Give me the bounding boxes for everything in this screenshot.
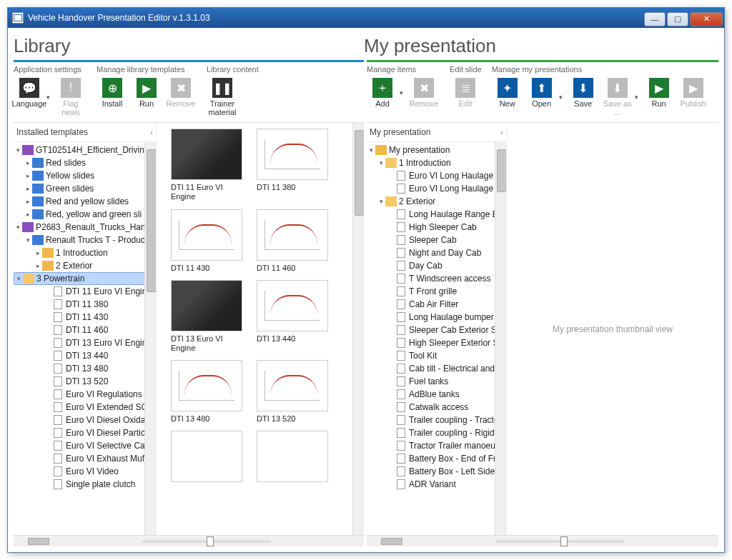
tree-item[interactable]: ▸Euro VI Long Haulage R [367,169,506,182]
zoom-slider[interactable] [49,540,364,543]
close-button[interactable]: ✕ [690,12,723,26]
tree-item[interactable]: ▸Long Haulage bumper [367,311,506,324]
tree-item[interactable]: ▸Euro VI Exhaust Muff [14,452,156,465]
tree-item[interactable]: ▸Cab tilt - Electrical and I [367,362,506,375]
caret-icon[interactable]: ▾ [559,94,565,101]
tree-item[interactable]: ▾My presentation [367,144,506,156]
save-button[interactable]: ⬇Save [568,78,599,108]
library-thumb[interactable]: DTI 11 380 [257,129,328,201]
open-button[interactable]: ⬆Open [526,78,558,108]
tree-item[interactable]: ▸Euro VI Selective Cata [14,439,156,452]
publish-button[interactable]: ▶Publish [678,78,709,108]
library-thumb[interactable]: DTI 13 480 [171,360,242,424]
tree-item[interactable]: ▸DTI 13 440 [14,349,156,362]
expander-icon[interactable]: ▸ [34,249,42,256]
run-lib-button[interactable]: ▶Run [131,78,162,108]
expander-icon[interactable]: ▾ [14,224,22,231]
tree-item[interactable]: ▾P2683_Renault_Trucks_Han [14,221,156,234]
tree-item[interactable]: ▸High Sleeper Exterior St [367,336,506,349]
flag-news-button[interactable]: !Flag news [55,78,86,116]
expander-icon[interactable]: ▾ [14,275,23,282]
run-pres-button[interactable]: ▶Run [643,78,675,108]
tree-item[interactable]: ▸Day Cab [367,259,506,272]
library-tree[interactable]: ▾GT102514H_Efficient_Drivin▸Red slides▸Y… [14,142,156,492]
library-thumb[interactable]: DTI 13 520 [257,360,328,424]
tree-item[interactable]: ▾Renault Trucks T - Produc [14,234,156,246]
tree-item[interactable]: ▸Sleeper Cab Exterior Sto [367,324,506,336]
hscroll-lib[interactable] [14,535,364,546]
tree-item[interactable]: ▸Tool Kit [367,349,506,362]
tree-item[interactable]: ▸Green slides [14,182,156,195]
tree-item[interactable]: ▾1 Introduction [367,156,506,169]
tree-item[interactable]: ▾2 Exterior [367,195,506,208]
tree-item[interactable]: ▸2 Exterior [14,259,156,272]
tree-item[interactable]: ▸AdBlue tanks [367,388,506,401]
tree-item[interactable]: ▸Battery Box - End of Fra [367,452,506,465]
library-thumb[interactable]: DTI 11 Euro VI Engine [171,129,242,201]
language-button[interactable]: 💬Language [14,78,45,108]
expander-icon[interactable]: ▸ [24,211,32,218]
expander-icon[interactable]: ▸ [24,172,32,179]
tree-item[interactable]: ▸DTI 11 460 [14,324,156,336]
tree-item[interactable]: ▸Yellow slides [14,169,156,182]
tree-item[interactable]: ▸Euro VI Video [14,465,156,478]
tree-item[interactable]: ▸Night and Day Cab [367,246,506,259]
collapse-icon[interactable]: ‹ [150,128,153,136]
tree-item[interactable]: ▸Euro VI Diesel Particu [14,426,156,439]
remove-item-button[interactable]: ✖Remove [408,78,440,108]
library-thumb[interactable]: DTI 11 460 [257,209,328,273]
library-thumbnails[interactable]: DTI 11 Euro VI EngineDTI 11 380DTI 11 43… [157,123,364,491]
scrollbar[interactable] [144,142,156,535]
tree-item[interactable]: ▸ADR Variant [367,478,506,491]
tree-item[interactable]: ▸Trailer coupling - Tracto [367,414,506,426]
hscroll-pres[interactable] [367,535,718,546]
tree-item[interactable]: ▸1 Introduction [14,246,156,259]
tree-item[interactable]: ▸DTI 11 380 [14,298,156,311]
expander-icon[interactable]: ▾ [377,159,385,166]
caret-icon[interactable]: ▾ [46,94,52,101]
tree-item[interactable]: ▸DTI 13 Euro VI Engine [14,336,156,349]
tree-item[interactable]: ▸Euro VI Extended SCR [14,401,156,414]
scrollbar[interactable] [495,142,506,535]
tree-item[interactable]: ▸Red and yellow slides [14,195,156,208]
tree-item[interactable]: ▸Euro VI Diesel Oxidat [14,414,156,426]
tree-item[interactable]: ▸Red, yellow and green sli [14,208,156,221]
collapse-icon[interactable]: ‹ [500,128,503,136]
expander-icon[interactable]: ▾ [24,236,32,244]
tree-item[interactable]: ▸Battery Box - Left Side [367,465,506,478]
expander-icon[interactable]: ▸ [24,198,32,205]
expander-icon[interactable]: ▾ [377,198,385,205]
tree-item[interactable]: ▸Catwalk access [367,401,506,414]
tree-item[interactable]: ▸Tractor Trailer manoeuv [367,439,506,452]
presentation-tree[interactable]: ▾My presentation▾1 Introduction▸Euro VI … [367,142,506,492]
tree-item[interactable]: ▸Fuel tanks [367,375,506,388]
library-thumb[interactable]: DTI 13 Euro VI Engine [171,280,242,353]
new-button[interactable]: ✦New [492,78,523,108]
maximize-button[interactable]: ▢ [667,12,688,26]
tree-item[interactable]: ▸DTI 13 480 [14,362,156,375]
install-button[interactable]: ⊕Install [97,78,128,108]
tree-item[interactable]: ▸Euro VI Long Haulage R [367,182,506,195]
tree-item[interactable]: ▸Single plate clutch [14,478,156,491]
library-thumb[interactable]: DTI 11 430 [171,209,242,273]
edit-button[interactable]: ≣Edit [450,78,481,108]
library-thumb[interactable] [257,431,328,485]
tree-item[interactable]: ▸DTI 11 Euro VI Engine [14,285,156,298]
tree-item[interactable]: ▸High Sleeper Cab [367,221,506,234]
caret-icon[interactable]: ▾ [400,89,405,96]
remove-lib-button[interactable]: ✖Remove [165,78,197,108]
tree-item[interactable]: ▸Euro VI Regulations [14,388,156,401]
tree-item[interactable]: ▸DTI 13 520 [14,375,156,388]
tree-item[interactable]: ▾GT102514H_Efficient_Drivin [14,144,156,156]
caret-icon[interactable]: ▾ [635,94,640,101]
tree-item[interactable]: ▸Red slides [14,156,156,169]
tree-item[interactable]: ▾3 Powertrain [14,272,156,285]
tree-item[interactable]: ▸Sleeper Cab [367,234,506,246]
tree-item[interactable]: ▸Long Haulage Range Ex [367,208,506,221]
minimize-button[interactable]: — [644,12,666,26]
expander-icon[interactable]: ▾ [367,146,375,154]
tree-item[interactable]: ▸Trailer coupling - Rigid [367,426,506,439]
expander-icon[interactable]: ▾ [14,146,22,154]
expander-icon[interactable]: ▸ [34,262,42,269]
zoom-slider-pres[interactable] [402,540,718,543]
